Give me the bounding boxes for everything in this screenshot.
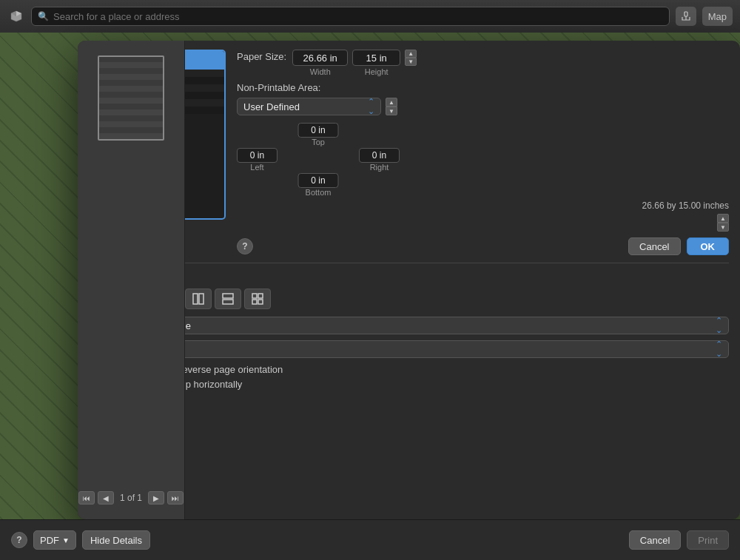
paper-size-stepper[interactable]: ▲ ▼ — [405, 50, 417, 66]
dimensions-text: 26.66 by 15.00 inches — [642, 200, 729, 211]
search-placeholder: Search for a place or address — [53, 11, 180, 22]
height-label: Height — [365, 67, 388, 76]
margin-left-input[interactable] — [237, 148, 278, 163]
paper-height-input[interactable] — [352, 50, 400, 66]
reverse-orientation-row: Reverse page orientation — [161, 364, 729, 375]
flip-horizontally-label: Flip horizontally — [175, 379, 242, 390]
help-button[interactable]: ? — [237, 238, 253, 254]
svg-rect-7 — [193, 294, 198, 304]
layout-icon-btn-3[interactable] — [215, 289, 241, 309]
svg-rect-12 — [258, 294, 263, 298]
pdf-chevron-icon: ▼ — [62, 536, 70, 544]
page-navigation: ⏮ ◀ 1 of 1 ▶ ⏭ — [78, 491, 184, 505]
margin-bottom-label: Bottom — [306, 188, 332, 197]
pdf-button[interactable]: PDF ▼ — [33, 530, 76, 550]
map-button[interactable]: Map — [702, 7, 733, 26]
first-page-button[interactable]: ⏮ — [78, 491, 95, 505]
page-preview-thumb — [98, 55, 164, 141]
print-button[interactable]: Print — [687, 530, 729, 550]
maps-icon — [7, 7, 25, 25]
chevron-down-icon-2: ⌃⌄ — [716, 316, 722, 335]
border-dropdown[interactable]: None ⌃⌄ — [161, 317, 729, 334]
bottom-help-button[interactable]: ? — [11, 532, 27, 548]
last-page-button[interactable]: ⏭ — [167, 491, 184, 505]
top-bar: 🔍 Search for a place or address Map — [0, 0, 740, 33]
svg-rect-9 — [223, 294, 233, 298]
svg-rect-13 — [252, 300, 257, 304]
bottom-bar: ? PDF ▼ Hide Details Cancel Print — [0, 519, 740, 560]
dimensions-stepper[interactable]: ▲ ▼ — [717, 214, 729, 232]
prev-page-button[interactable]: ◀ — [98, 491, 114, 505]
chevron-down-icon-3: ⌃⌄ — [716, 340, 722, 359]
margin-top-label: Top — [312, 138, 325, 146]
chevron-down-icon: ⌃⌄ — [368, 97, 374, 116]
preview-panel: ⏮ ◀ 1 of 1 ▶ ⏭ — [78, 41, 185, 519]
reverse-orientation-label: Reverse page orientation — [175, 364, 283, 375]
stepper-up-2[interactable]: ▲ — [386, 98, 397, 107]
margin-top-input[interactable] — [298, 123, 339, 138]
bottom-cancel-button[interactable]: Cancel — [629, 530, 681, 550]
svg-rect-11 — [252, 294, 257, 298]
ok-button[interactable]: OK — [687, 237, 730, 255]
cancel-button[interactable]: Cancel — [628, 237, 680, 255]
next-page-button[interactable]: ▶ — [148, 491, 164, 505]
non-printable-label: Non-Printable Area: — [237, 82, 320, 93]
hide-details-button[interactable]: Hide Details — [82, 530, 150, 550]
paper-size-label: Paper Size: — [237, 50, 286, 62]
margin-right-label: Right — [370, 163, 389, 172]
print-dialog: ⏮ ◀ 1 of 1 ▶ ⏭ 1920x1080 — [78, 41, 740, 519]
stepper-down-3[interactable]: ▼ — [717, 223, 729, 232]
svg-rect-8 — [199, 294, 204, 304]
two-sided-dropdown[interactable]: Off ⌃⌄ — [161, 340, 729, 358]
flip-horizontally-row: Flip horizontally — [161, 379, 729, 390]
search-bar[interactable]: 🔍 Search for a place or address — [31, 7, 670, 26]
margin-left-label: Left — [250, 163, 263, 172]
page-indicator: 1 of 1 — [117, 493, 145, 503]
share-button[interactable] — [676, 7, 696, 26]
stepper-up-3[interactable]: ▲ — [717, 214, 729, 223]
width-label: Width — [310, 67, 331, 76]
svg-rect-10 — [223, 300, 233, 304]
non-printable-dropdown[interactable]: User Defined ⌃⌄ — [237, 98, 381, 115]
svg-rect-14 — [258, 300, 263, 304]
layout-icon-btn-2[interactable] — [185, 289, 212, 309]
stepper-down[interactable]: ▼ — [405, 58, 417, 66]
layout-icon-buttons — [155, 289, 729, 309]
search-icon: 🔍 — [38, 11, 49, 21]
margin-right-input[interactable] — [359, 148, 400, 163]
svg-rect-3 — [684, 12, 687, 16]
paper-width-input[interactable] — [292, 50, 348, 66]
layout-icon-btn-4[interactable] — [244, 289, 271, 309]
stepper-down-2[interactable]: ▼ — [386, 107, 397, 115]
non-printable-stepper[interactable]: ▲ ▼ — [386, 98, 397, 115]
stepper-up[interactable]: ▲ — [405, 50, 417, 58]
margin-bottom-input[interactable] — [298, 173, 339, 188]
